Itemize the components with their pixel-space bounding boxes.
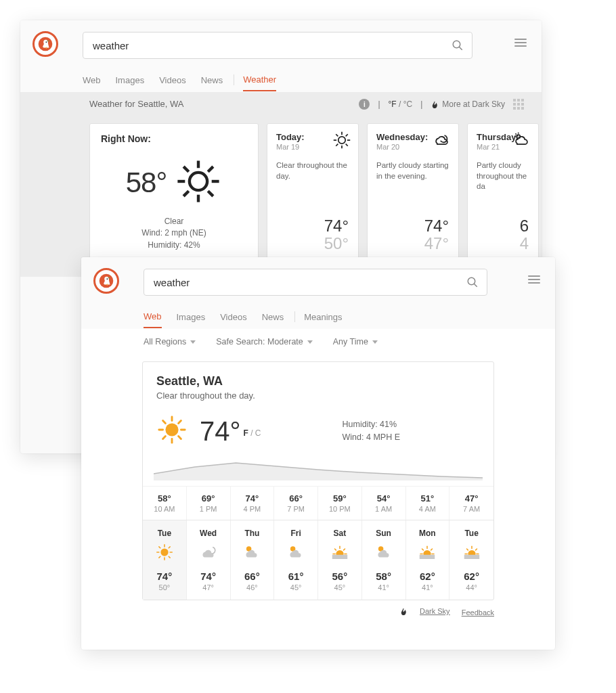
current-humidity: Humidity: 42% xyxy=(101,240,247,251)
widget-footer: Dark Sky Feedback xyxy=(81,600,555,617)
day-cell[interactable]: Wed74°47° xyxy=(187,520,231,600)
unit-toggle[interactable]: F / C xyxy=(244,428,261,438)
sun-icon xyxy=(175,158,222,208)
svg-line-20 xyxy=(474,284,477,287)
day-cell[interactable]: Thu66°46° xyxy=(231,520,275,600)
svg-rect-47 xyxy=(332,555,348,559)
hour-cell[interactable]: 47°7 AM xyxy=(449,487,493,520)
duckduckgo-logo[interactable] xyxy=(32,31,58,57)
location: Seattle, WA xyxy=(143,374,493,388)
svg-point-30 xyxy=(160,548,168,556)
tab-weather[interactable]: Weather xyxy=(243,74,276,91)
filter-bar: All Regions Safe Search: Moderate Any Ti… xyxy=(81,329,555,355)
svg-line-45 xyxy=(334,549,336,550)
hourly-forecast: 58°10 AM69°1 PM74°4 PM66°7 PM59°10 PM54°… xyxy=(143,486,493,520)
tab-images[interactable]: Images xyxy=(177,312,206,322)
duckduckgo-logo[interactable] xyxy=(93,268,119,294)
weather-icon xyxy=(330,553,350,564)
weather-icon xyxy=(198,553,219,564)
topbar xyxy=(20,20,542,68)
tab-videos[interactable]: Videos xyxy=(220,312,247,322)
svg-line-35 xyxy=(159,547,160,548)
svg-line-46 xyxy=(344,549,345,550)
cloud-moon-icon xyxy=(433,131,452,152)
day-cell[interactable]: Sat56°45° xyxy=(318,520,362,600)
day-cell[interactable]: Tue74°50° xyxy=(143,520,187,600)
info-icon[interactable]: i xyxy=(359,99,370,110)
search-tabs: Web Images Videos News Weather xyxy=(20,68,542,92)
unit-toggle[interactable]: °F / °C xyxy=(389,99,413,109)
search-button[interactable] xyxy=(458,276,487,288)
weather-icon xyxy=(462,553,482,564)
weather-icon xyxy=(374,553,394,564)
day-cell[interactable]: Fri61°45° xyxy=(274,520,318,600)
current-meta: Humidity: 41% Wind: 4 MPH E xyxy=(343,418,400,444)
search-button[interactable] xyxy=(443,39,472,51)
svg-line-26 xyxy=(163,421,166,424)
svg-point-18 xyxy=(106,278,108,280)
weather-widget: Seattle, WA Clear throughout the day. 74… xyxy=(142,361,494,600)
svg-line-54 xyxy=(431,549,433,550)
time-filter[interactable]: Any Time xyxy=(333,337,378,346)
menu-icon[interactable] xyxy=(528,273,540,286)
svg-line-36 xyxy=(169,556,170,558)
dark-sky-link[interactable]: Dark Sky xyxy=(399,607,450,615)
weather-icon xyxy=(242,553,262,564)
tab-web[interactable]: Web xyxy=(83,75,101,85)
hourly-sparkline xyxy=(154,457,483,480)
current-temp: 74° xyxy=(200,416,241,447)
forecast-row: Right Now: 58° Clear Wind: 2 mph (NE) Hu… xyxy=(20,114,542,277)
hour-cell[interactable]: 54°1 AM xyxy=(362,487,406,520)
hour-cell[interactable]: 58°10 AM xyxy=(143,487,187,520)
svg-line-53 xyxy=(422,549,424,550)
tab-news[interactable]: News xyxy=(201,75,223,85)
current-temp: 58° xyxy=(126,166,167,199)
weather-icon xyxy=(154,553,175,564)
forecast-day-card[interactable]: Thursday: Mar 21 Partly cloudy throughou… xyxy=(467,123,539,262)
feedback-link[interactable]: Feedback xyxy=(462,608,494,617)
day-cell[interactable]: Sun58°41° xyxy=(362,520,406,600)
hour-cell[interactable]: 69°1 PM xyxy=(187,487,231,520)
tab-web[interactable]: Web xyxy=(144,311,162,328)
day-cell[interactable]: Mon62°41° xyxy=(406,520,450,600)
forecast-day-card[interactable]: Wednesday: Mar 20 Partly cloudy starting… xyxy=(367,123,459,262)
tab-videos[interactable]: Videos xyxy=(159,75,186,85)
weather-icon xyxy=(417,553,437,564)
svg-rect-55 xyxy=(420,555,435,559)
menu-icon[interactable] xyxy=(514,37,527,49)
hour-cell[interactable]: 66°7 PM xyxy=(274,487,318,520)
svg-line-27 xyxy=(179,437,181,439)
svg-line-60 xyxy=(466,549,468,550)
right-now-label: Right Now: xyxy=(101,133,247,144)
tab-images[interactable]: Images xyxy=(116,75,145,85)
svg-line-38 xyxy=(169,547,170,548)
grid-icon[interactable] xyxy=(513,99,524,110)
tab-news[interactable]: News xyxy=(262,312,284,322)
hour-cell[interactable]: 74°4 PM xyxy=(231,487,275,520)
sun-icon xyxy=(332,131,351,152)
search-box xyxy=(83,32,472,59)
hour-cell[interactable]: 51°4 AM xyxy=(406,487,450,520)
svg-line-61 xyxy=(475,549,477,550)
region-filter[interactable]: All Regions xyxy=(144,337,196,346)
svg-line-28 xyxy=(163,437,166,439)
tab-meanings[interactable]: Meanings xyxy=(304,312,342,322)
day-cell[interactable]: Tue62°44° xyxy=(449,520,493,600)
hour-cell[interactable]: 59°10 PM xyxy=(318,487,362,520)
svg-point-19 xyxy=(468,277,475,285)
topbar xyxy=(81,257,555,305)
current-condition: Clear xyxy=(101,216,247,227)
svg-point-14 xyxy=(45,41,47,43)
dark-sky-link[interactable]: More at Dark Sky xyxy=(431,99,505,109)
weather-subheader: Weather for Seattle, WA i | °F / °C | Mo… xyxy=(20,92,542,114)
current-wind: Wind: 2 mph (NE) xyxy=(101,227,247,239)
cloud-sun-icon xyxy=(512,131,531,152)
weather-heading: Weather for Seattle, WA xyxy=(89,99,183,109)
search-input[interactable] xyxy=(83,40,443,51)
safesearch-filter[interactable]: Safe Search: Moderate xyxy=(216,337,313,346)
forecast-day-card[interactable]: Today: Mar 19 Clear throughout the day. … xyxy=(267,123,359,262)
weather-icon xyxy=(286,553,306,564)
current-conditions-card: Right Now: 58° Clear Wind: 2 mph (NE) Hu… xyxy=(89,123,259,262)
svg-line-37 xyxy=(159,556,160,558)
search-input[interactable] xyxy=(144,277,458,288)
